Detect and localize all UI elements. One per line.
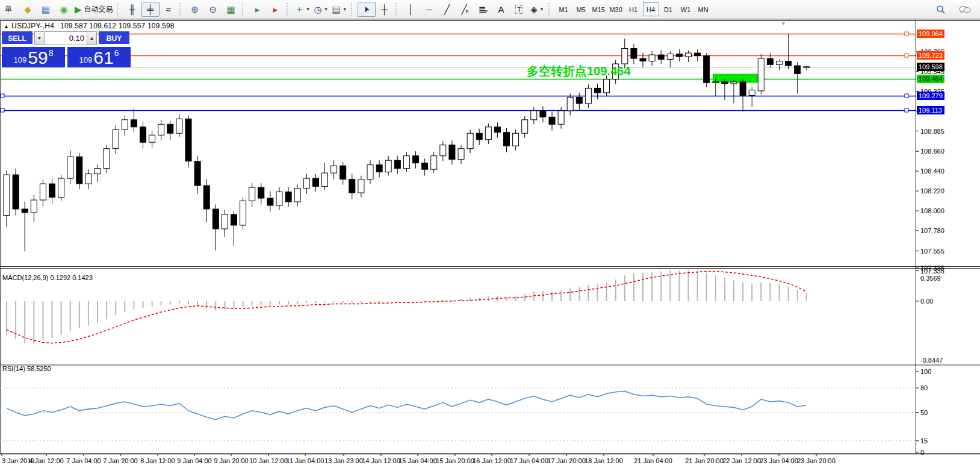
chevron-down-icon[interactable]: ▼	[539, 7, 544, 12]
timeframe-button-d1[interactable]: D1	[660, 2, 677, 16]
resistance-line-109964-handle[interactable]	[905, 32, 908, 36]
tile-windows-button[interactable]: ▦	[222, 2, 240, 17]
timeframe-button-m5[interactable]: M5	[573, 2, 589, 16]
toolbar-separator	[242, 3, 246, 16]
timeframe-button-mn[interactable]: MN	[695, 2, 712, 16]
navigator-icon[interactable]: ◉	[55, 2, 73, 17]
toolbar: 单◆▦◉▶自动交易╫╪≈⊕⊖▦▸▸＋▼◷▼▤▼➤┼│─╱╱E≣FAT◈▼M1M5…	[0, 0, 980, 19]
candle	[22, 209, 28, 213]
buy-button[interactable]: BUY	[99, 31, 129, 45]
chevron-down-icon[interactable]: ▼	[343, 7, 347, 12]
volume-increment-button[interactable]: ▲	[87, 31, 97, 45]
chevron-down-icon[interactable]: ▼	[306, 7, 311, 12]
rsi-axis-label: 50	[920, 409, 928, 416]
chevron-down-icon[interactable]: ▼	[324, 7, 329, 12]
timeframe-button-m15[interactable]: M15	[591, 2, 607, 16]
highlight-rectangle[interactable]	[713, 73, 758, 83]
toolbar-separator	[395, 3, 399, 16]
candle	[722, 82, 728, 84]
new-order-button[interactable]: 单	[1, 2, 19, 17]
sell-price-display[interactable]: 109 59 8	[2, 47, 65, 67]
candle	[640, 58, 646, 61]
volume-decrement-button[interactable]: ▼	[34, 31, 45, 45]
candle	[731, 82, 737, 84]
macd-axis-label: -0.8447	[920, 357, 943, 364]
vertical-line-button[interactable]: │	[402, 2, 420, 17]
candle	[312, 178, 318, 186]
price-badge-label: 109.723	[919, 52, 943, 59]
buy-price-display[interactable]: 109 61 6	[67, 47, 131, 67]
tile-windows-icon: ▦	[226, 4, 235, 15]
rsi-axis-label: 0	[920, 449, 924, 456]
auto-scroll-button[interactable]: ▸	[249, 2, 267, 17]
candle	[394, 160, 400, 168]
candlestick-chart-button[interactable]: ╪	[141, 2, 160, 17]
periods-button[interactable]: ◷▼	[312, 2, 330, 17]
fibonacci-button[interactable]: ≣F	[474, 2, 492, 17]
price-tick-label: 107.555	[920, 248, 944, 255]
candle	[576, 97, 582, 103]
trendline-button[interactable]: ╱	[438, 2, 456, 17]
toolbar-separator	[548, 3, 552, 16]
volume-input[interactable]	[45, 32, 87, 45]
timeframe-button-m30[interactable]: M30	[608, 2, 624, 16]
support-line-109113-handle[interactable]	[905, 108, 908, 112]
candle	[649, 55, 655, 61]
indicators-button[interactable]: ＋▼	[293, 2, 312, 17]
collapse-panel-icon[interactable]: ▲	[4, 23, 9, 30]
timeframe-button-h1[interactable]: H1	[625, 2, 642, 16]
vertical-line-icon: │	[408, 4, 414, 14]
chat-icon[interactable]	[956, 2, 974, 17]
buy-price-handle: 109	[79, 55, 93, 64]
auto-trading-icon: ▶	[75, 4, 82, 15]
templates-button[interactable]: ▤▼	[330, 2, 349, 17]
time-label: 21 Jan 20:00	[685, 457, 724, 464]
price-badge-label: 109.964	[919, 30, 943, 37]
candle	[777, 61, 783, 65]
candle	[795, 66, 801, 73]
price-tick-label: 108.885	[920, 128, 944, 135]
candle	[276, 192, 282, 205]
price-tick-label: 108.000	[920, 207, 944, 214]
chart-shift-button[interactable]: ▸	[267, 2, 285, 17]
chart-window: 多空转折点109.464109.765109.545109.325109.105…	[0, 0, 980, 468]
search-icon[interactable]	[932, 2, 950, 17]
candle	[767, 58, 773, 64]
sell-button[interactable]: SELL	[2, 31, 33, 45]
sell-price-big: 59	[28, 49, 48, 66]
text-label-button[interactable]: T	[510, 2, 529, 17]
chart-ohlc-header: ▲USDJPY-,H4109.587 109.612 109.557 109.5…	[4, 22, 175, 30]
timeframe-button-m1[interactable]: M1	[556, 2, 572, 16]
candle	[149, 135, 155, 142]
auto-trading-button[interactable]: ▶自动交易	[73, 2, 115, 17]
crosshair-button[interactable]: ┼	[376, 2, 394, 17]
tool-suffix-label: E	[465, 9, 468, 14]
support-line-109279-handle[interactable]	[905, 94, 908, 98]
channel-button[interactable]: ╱E	[456, 2, 474, 17]
candle	[231, 214, 237, 225]
symbol-period-label: USDJPY-,H4	[11, 22, 54, 30]
periods-icon: ◷	[314, 4, 321, 15]
candle	[322, 173, 328, 186]
support-line-109113-handle[interactable]	[1, 108, 4, 112]
candle	[331, 166, 337, 173]
time-label: 15 Jan 20:00	[436, 457, 474, 464]
horizontal-line-button[interactable]: ─	[420, 2, 438, 17]
bars-chart-button[interactable]: ╫	[123, 2, 141, 17]
gold-cube-icon[interactable]: ◆	[19, 2, 37, 17]
arrows-button[interactable]: ◈▼	[529, 2, 547, 17]
chart-window-icon-icon: ▦	[42, 4, 50, 15]
text-button[interactable]: A	[492, 2, 510, 17]
toolbar-separator	[287, 3, 290, 16]
chart-canvas[interactable]: 多空转折点109.464109.765109.545109.325109.105…	[0, 0, 980, 468]
chart-window-icon[interactable]: ▦	[37, 2, 55, 17]
cursor-button[interactable]: ➤	[358, 2, 376, 17]
support-line-109279-handle[interactable]	[1, 94, 4, 98]
zoom-in-button[interactable]: ⊕	[186, 2, 204, 17]
candle	[440, 145, 446, 156]
zoom-out-button[interactable]: ⊖	[204, 2, 222, 17]
timeframe-button-w1[interactable]: W1	[678, 2, 694, 16]
line-chart-button[interactable]: ≈	[160, 2, 178, 17]
timeframe-button-h4[interactable]: H4	[643, 2, 659, 16]
resistance-line-109723-handle[interactable]	[905, 54, 908, 57]
